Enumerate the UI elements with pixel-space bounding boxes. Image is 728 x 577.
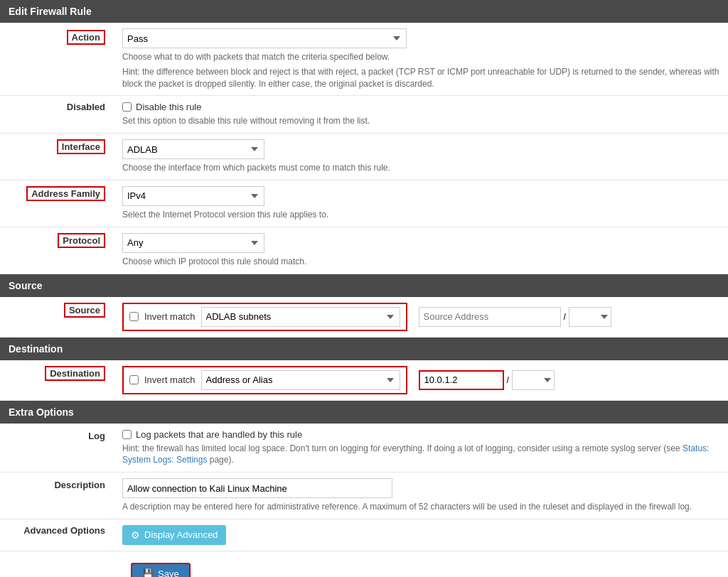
destination-row: Destination Invert match Address or Alia… [0, 360, 728, 401]
protocol-label-cell: Protocol [0, 227, 114, 274]
action-section-table: Action Pass Block Reject Choose what to … [0, 23, 728, 274]
protocol-help: Choose which IP protocol this rule shoul… [122, 256, 719, 268]
address-family-field-cell: IPv4 IPv6 IPv4+IPv6 Select the Internet … [114, 180, 728, 227]
destination-cidr-select[interactable]: 8 16 24 32 [512, 370, 555, 390]
description-input[interactable] [122, 478, 392, 498]
extra-options-title: Extra Options [9, 406, 74, 418]
address-family-select[interactable]: IPv4 IPv6 IPv4+IPv6 [122, 186, 264, 206]
source-address-input[interactable] [419, 307, 561, 327]
action-row: Action Pass Block Reject Choose what to … [0, 23, 728, 96]
destination-invert-label: Invert match [144, 374, 196, 385]
disabled-checkbox-row: Disable this rule [122, 102, 719, 112]
interface-help: Choose the interface from which packets … [122, 162, 719, 174]
save-field-cell: 💾 Save [114, 551, 728, 577]
interface-label: Interface [57, 139, 105, 154]
advanced-options-field-cell: ⚙ Display Advanced [114, 519, 728, 551]
action-field-cell: Pass Block Reject Choose what to do with… [114, 23, 728, 96]
destination-section-table: Destination Invert match Address or Alia… [0, 360, 728, 401]
save-label: Save [158, 568, 179, 577]
action-select[interactable]: Pass Block Reject [122, 28, 407, 48]
disabled-label-cell: Disabled [0, 96, 114, 134]
source-row: Source Invert match ADLAB subnets Addres… [0, 297, 728, 338]
action-help2: Hint: the difference between block and r… [122, 66, 719, 90]
source-label: Source [64, 303, 105, 318]
destination-title: Destination [9, 343, 63, 355]
destination-label: Destination [45, 366, 105, 381]
save-row: 💾 Save [0, 551, 728, 577]
log-checkbox-row: Log packets that are handled by this rul… [122, 429, 719, 440]
interface-label-cell: Interface [0, 134, 114, 180]
source-header: Source [0, 274, 728, 297]
destination-ip-input[interactable] [419, 370, 504, 390]
display-advanced-label: Display Advanced [144, 529, 218, 540]
edit-firewall-header: Edit Firewall Rule [0, 0, 728, 23]
source-invert-network-group: Invert match ADLAB subnets Address or Al… [122, 303, 407, 331]
protocol-select[interactable]: Any TCP UDP ICMP [122, 233, 264, 253]
source-cidr-select[interactable]: 8 16 24 32 [569, 307, 611, 327]
disabled-label: Disabled [67, 102, 105, 112]
description-label-cell: Description [0, 473, 114, 519]
display-advanced-button[interactable]: ⚙ Display Advanced [122, 525, 226, 545]
source-slash: / [564, 311, 567, 322]
destination-network-select[interactable]: Address or Alias ADLAB subnets Single ho… [201, 370, 400, 390]
action-label: Action [67, 30, 105, 45]
action-label-cell: Action [0, 23, 114, 96]
log-help: Hint: the firewall has limited local log… [122, 443, 719, 467]
disabled-row: Disabled Disable this rule Set this opti… [0, 96, 728, 134]
destination-invert-checkbox[interactable] [129, 375, 139, 384]
save-label-cell [0, 551, 114, 577]
interface-select[interactable]: ADLAB WAN LAN [122, 139, 264, 159]
source-invert-checkbox[interactable] [129, 312, 139, 321]
protocol-field-cell: Any TCP UDP ICMP Choose which IP protoco… [114, 227, 728, 274]
extra-options-header: Extra Options [0, 401, 728, 424]
log-field-cell: Log packets that are handled by this rul… [114, 424, 728, 473]
advanced-options-label-cell: Advanced Options [0, 519, 114, 551]
advanced-options-label: Advanced Options [23, 525, 105, 536]
address-family-label: Address Family [26, 186, 105, 201]
log-help-text1: Hint: the firewall has limited local log… [122, 443, 680, 453]
page-wrapper: Edit Firewall Rule Action Pass Block Rej… [0, 0, 728, 577]
protocol-label: Protocol [58, 233, 105, 248]
description-help: A description may be entered here for ad… [122, 501, 719, 513]
destination-slash: / [507, 374, 510, 385]
disabled-checkbox-label: Disable this rule [136, 102, 202, 112]
source-invert-label: Invert match [144, 311, 196, 322]
interface-row: Interface ADLAB WAN LAN Choose the inter… [0, 134, 728, 180]
disabled-checkbox[interactable] [122, 102, 132, 112]
log-checkbox-label: Log packets that are handled by this rul… [136, 429, 302, 440]
save-button[interactable]: 💾 Save [131, 563, 191, 577]
address-family-help: Select the Internet Protocol version thi… [122, 209, 719, 221]
source-field-cell: Invert match ADLAB subnets Address or Al… [114, 297, 728, 338]
log-checkbox[interactable] [122, 430, 132, 439]
disabled-field-cell: Disable this rule Set this option to dis… [114, 96, 728, 134]
destination-invert-network-group: Invert match Address or Alias ADLAB subn… [122, 366, 407, 394]
description-row: Description A description may be entered… [0, 473, 728, 519]
log-help-text2: page). [210, 455, 234, 465]
interface-field-cell: ADLAB WAN LAN Choose the interface from … [114, 134, 728, 180]
source-label-cell: Source [0, 297, 114, 338]
description-field-cell: A description may be entered here for ad… [114, 473, 728, 519]
destination-label-cell: Destination [0, 360, 114, 401]
log-row: Log Log packets that are handled by this… [0, 424, 728, 473]
action-field-row: Pass Block Reject [122, 28, 719, 48]
address-family-row: Address Family IPv4 IPv6 IPv4+IPv6 Selec… [0, 180, 728, 227]
action-help1: Choose what to do with packets that matc… [122, 51, 719, 63]
extra-options-table: Log Log packets that are handled by this… [0, 424, 728, 577]
protocol-row: Protocol Any TCP UDP ICMP Choose which I… [0, 227, 728, 274]
edit-firewall-title: Edit Firewall Rule [9, 6, 92, 17]
source-network-select[interactable]: ADLAB subnets Address or Alias Single ho… [201, 307, 400, 327]
disabled-help: Set this option to disable this rule wit… [122, 115, 719, 127]
address-family-label-cell: Address Family [0, 180, 114, 227]
source-controls-row: Invert match ADLAB subnets Address or Al… [122, 303, 719, 331]
advanced-options-row: Advanced Options ⚙ Display Advanced [0, 519, 728, 551]
destination-header: Destination [0, 338, 728, 360]
destination-field-cell: Invert match Address or Alias ADLAB subn… [114, 360, 728, 401]
gear-icon: ⚙ [131, 529, 140, 541]
save-icon: 💾 [142, 568, 154, 577]
log-label-cell: Log [0, 424, 114, 473]
log-label: Log [88, 431, 105, 441]
destination-controls-row: Invert match Address or Alias ADLAB subn… [122, 366, 719, 394]
source-address-group: / 8 16 24 32 [419, 307, 612, 327]
description-label: Description [54, 480, 105, 490]
source-title: Source [9, 280, 42, 291]
